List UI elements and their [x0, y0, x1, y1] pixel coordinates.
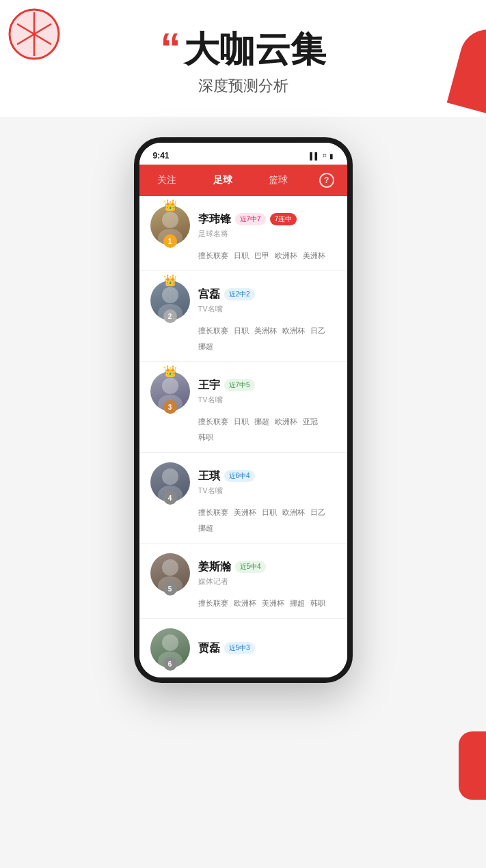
svg-point-2 — [162, 212, 178, 228]
phone-wrapper: 9:41 ▌▌ ⌗ ▮ 关注 足球 篮球 ? — [0, 117, 486, 697]
signal-icon: ▌▌ — [310, 152, 319, 160]
hero-subtitle: 深度预测分析 — [14, 76, 472, 96]
expert-role-4: TV名嘴 — [198, 486, 336, 496]
expert-name-5: 姜斯瀚 — [198, 560, 231, 574]
expert-name-3: 王宇 — [198, 378, 220, 393]
rank-badge-2: 2 — [163, 309, 177, 323]
expert-tag1-5: 近5中4 — [235, 561, 266, 573]
avatar-wrapper-3: 👑 3 — [150, 372, 190, 411]
league-tag: 擅长联赛 — [198, 326, 228, 336]
league-tag: 日乙 — [310, 507, 325, 518]
league-tag: 美洲杯 — [303, 251, 325, 261]
expert-name-row-2: 宫磊 近2中2 — [198, 288, 336, 302]
expert-tag2-1: 7连中 — [270, 213, 297, 225]
league-tag: 韩职 — [310, 598, 325, 608]
avatar-wrapper-6: 6 — [150, 628, 190, 668]
expert-name-row-3: 王宇 近7中5 — [198, 378, 336, 393]
crown-icon-3: 👑 — [163, 365, 177, 378]
quote-mark: “ — [161, 27, 181, 68]
avatar-wrapper-5: 5 — [150, 553, 190, 593]
league-tag: 擅长联赛 — [198, 598, 228, 608]
league-tag: 日职 — [234, 251, 249, 261]
status-time: 9:41 — [153, 151, 170, 160]
tab-lanqiu[interactable]: 篮球 — [263, 171, 293, 189]
expert-name-6: 贾磊 — [198, 641, 220, 656]
expert-role-2: TV名嘴 — [198, 304, 336, 314]
rank-badge-4: 4 — [163, 491, 177, 505]
red-decoration-side — [459, 731, 486, 800]
league-tag: 韩职 — [198, 432, 213, 443]
expert-info-6: 贾磊 近5中3 — [198, 641, 336, 656]
tab-guanzhu[interactable]: 关注 — [152, 171, 182, 189]
svg-point-10 — [162, 559, 178, 576]
status-icons: ▌▌ ⌗ ▮ — [310, 152, 333, 160]
league-tag: 擅长联赛 — [198, 251, 228, 261]
hero-title-block: “ 大咖云集 深度预测分析 — [14, 27, 472, 96]
league-tag: 日职 — [262, 507, 277, 518]
league-tag: 美洲杯 — [234, 507, 256, 518]
league-tag: 欧洲杯 — [275, 417, 297, 427]
battery-icon: ▮ — [329, 152, 334, 160]
expert-item-4[interactable]: 4 王琪 近6中4 TV名嘴 擅长联赛 美洲杯 日职 欧洲杯 日乙 — [139, 453, 347, 544]
basketball-icon — [7, 7, 62, 61]
league-tag: 挪超 — [198, 523, 213, 533]
svg-point-8 — [162, 468, 178, 485]
expert-leagues-5: 擅长联赛 欧洲杯 美洲杯 挪超 韩职 — [150, 598, 336, 608]
league-tag: 挪超 — [198, 341, 213, 352]
league-tag: 巴甲 — [254, 251, 269, 261]
expert-info-4: 王琪 近6中4 TV名嘴 — [198, 469, 336, 496]
rank-badge-1: 1 — [163, 234, 177, 248]
league-tag: 欧洲杯 — [275, 251, 297, 261]
expert-tag1-4: 近6中4 — [224, 470, 255, 482]
expert-leagues-3: 擅长联赛 日职 挪超 欧洲杯 亚冠 韩职 — [150, 417, 336, 443]
svg-point-12 — [162, 634, 178, 651]
expert-item-5[interactable]: 5 姜斯瀚 近5中4 媒体记者 擅长联赛 欧洲杯 美洲杯 挪超 韩 — [139, 544, 347, 619]
avatar-wrapper-4: 4 — [150, 462, 190, 502]
league-tag: 擅长联赛 — [198, 507, 228, 518]
expert-leagues-4: 擅长联赛 美洲杯 日职 欧洲杯 日乙 挪超 — [150, 507, 336, 533]
status-bar: 9:41 ▌▌ ⌗ ▮ — [139, 143, 347, 165]
crown-icon-1: 👑 — [163, 199, 177, 212]
help-button[interactable]: ? — [319, 173, 334, 188]
rank-badge-5: 5 — [163, 582, 177, 596]
expert-role-5: 媒体记者 — [198, 576, 336, 587]
expert-name-row-6: 贾磊 近5中3 — [198, 641, 336, 656]
league-tag: 欧洲杯 — [234, 598, 256, 608]
expert-item-3[interactable]: 👑 3 王宇 近7中5 TV名嘴 擅长联赛 日职 挪超 欧洲 — [139, 362, 347, 453]
expert-item-6[interactable]: 6 贾磊 近5中3 — [139, 619, 347, 677]
crown-icon-2: 👑 — [163, 274, 177, 287]
avatar-wrapper-2: 👑 2 — [150, 281, 190, 320]
expert-item-1[interactable]: 👑 1 李玮锋 近7中7 7连中 足球名将 擅长联赛 日职 — [139, 196, 347, 271]
expert-tag1-2: 近2中2 — [224, 288, 255, 300]
expert-name-row-1: 李玮锋 近7中7 7连中 — [198, 212, 336, 227]
svg-point-6 — [162, 378, 178, 394]
svg-point-4 — [162, 287, 178, 303]
league-tag: 日乙 — [310, 326, 325, 336]
league-tag: 美洲杯 — [262, 598, 284, 608]
league-tag: 挪超 — [290, 598, 305, 608]
expert-tag1-6: 近5中3 — [224, 642, 255, 654]
league-tag: 欧洲杯 — [282, 507, 305, 518]
expert-role-3: TV名嘴 — [198, 395, 336, 405]
expert-name-row-5: 姜斯瀚 近5中4 — [198, 560, 336, 574]
expert-info-5: 姜斯瀚 近5中4 媒体记者 — [198, 560, 336, 587]
phone-mockup: 9:41 ▌▌ ⌗ ▮ 关注 足球 篮球 ? — [134, 137, 353, 683]
rank-badge-6: 6 — [163, 657, 177, 671]
expert-tag1-1: 近7中7 — [235, 213, 266, 225]
expert-name-4: 王琪 — [198, 469, 220, 484]
expert-item-2[interactable]: 👑 2 宫磊 近2中2 TV名嘴 擅长联赛 日职 美洲杯 欧 — [139, 271, 347, 362]
expert-role-1: 足球名将 — [198, 229, 336, 239]
league-tag: 欧洲杯 — [282, 326, 305, 336]
app-header[interactable]: 关注 足球 篮球 ? — [139, 165, 347, 196]
expert-name-row-4: 王琪 近6中4 — [198, 469, 336, 484]
expert-name-2: 宫磊 — [198, 288, 220, 302]
expert-leagues-2: 擅长联赛 日职 美洲杯 欧洲杯 日乙 挪超 — [150, 326, 336, 352]
rank-badge-3: 3 — [163, 400, 177, 414]
hero-section: “ 大咖云集 深度预测分析 — [0, 0, 486, 117]
avatar-wrapper-1: 👑 1 — [150, 206, 190, 245]
league-tag: 挪超 — [254, 417, 269, 427]
league-tag: 亚冠 — [303, 417, 318, 427]
expert-info-2: 宫磊 近2中2 TV名嘴 — [198, 288, 336, 314]
tab-zuqiu[interactable]: 足球 — [208, 171, 238, 189]
league-tag: 日职 — [234, 326, 249, 336]
